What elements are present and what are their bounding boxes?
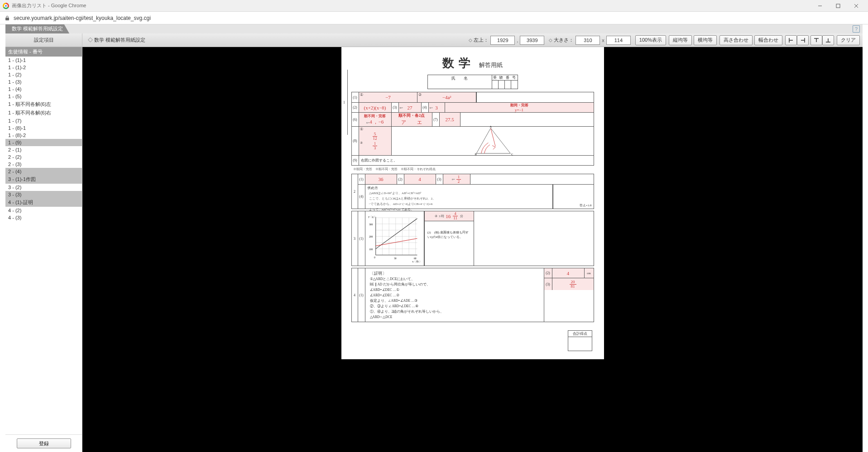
chrome-icon: [3, 3, 9, 9]
svg-rect-0: [836, 4, 840, 8]
lock-icon: [5, 15, 10, 21]
window-close-button[interactable]: [847, 0, 865, 12]
window-title: 画像出力リスト - Google Chrome: [12, 2, 811, 9]
address-bar: secure.youmark.jp/saiten-cgi/test_kyouka…: [0, 12, 868, 24]
page-url[interactable]: secure.youmark.jp/saiten-cgi/test_kyouka…: [14, 15, 151, 21]
window-minimize-button[interactable]: [811, 0, 829, 12]
window-titlebar: 画像出力リスト - Google Chrome: [0, 0, 868, 12]
window-maximize-button[interactable]: [829, 0, 847, 12]
